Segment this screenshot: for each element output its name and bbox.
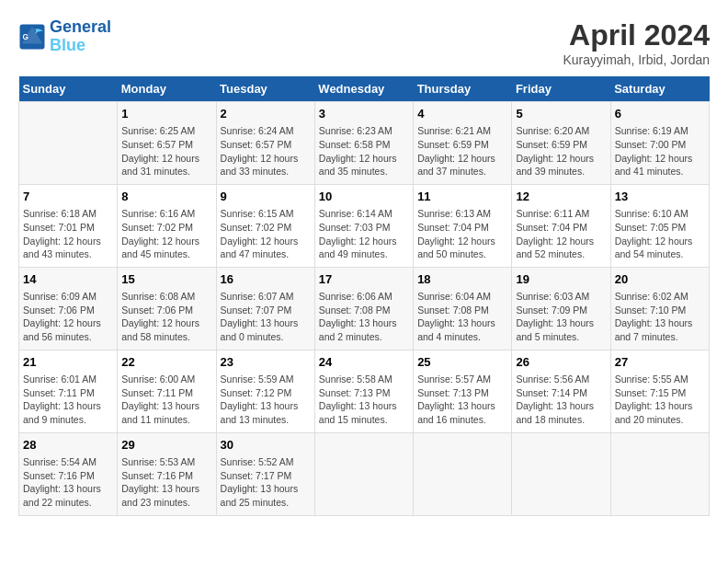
logo-line2: Blue [50,36,85,54]
day-number: 12 [516,189,606,205]
calendar-cell: 26Sunrise: 5:56 AMSunset: 7:14 PMDayligh… [512,350,610,432]
day-info: Sunrise: 6:15 AMSunset: 7:02 PMDaylight:… [221,207,311,261]
calendar-cell: 1Sunrise: 6:25 AMSunset: 6:57 PMDaylight… [118,102,216,185]
calendar-cell [19,102,118,185]
day-number: 27 [615,354,705,371]
day-number: 11 [417,189,507,205]
day-header-thursday: Thursday [414,76,512,102]
day-number: 6 [615,106,705,122]
calendar-cell: 9Sunrise: 6:15 AMSunset: 7:02 PMDaylight… [216,184,314,267]
calendar-cell: 2Sunrise: 6:24 AMSunset: 6:57 PMDaylight… [216,102,314,185]
calendar-cell: 8Sunrise: 6:16 AMSunset: 7:02 PMDaylight… [118,184,216,267]
day-info: Sunrise: 6:18 AMSunset: 7:01 PMDaylight:… [23,207,113,261]
calendar-cell: 20Sunrise: 6:02 AMSunset: 7:10 PMDayligh… [610,267,709,350]
day-number: 19 [516,271,606,288]
calendar-cell [512,432,610,515]
day-info: Sunrise: 6:07 AMSunset: 7:07 PMDaylight:… [221,290,311,344]
day-info: Sunrise: 5:53 AMSunset: 7:16 PMDaylight:… [121,455,211,510]
calendar-cell: 13Sunrise: 6:10 AMSunset: 7:05 PMDayligh… [610,184,709,267]
calendar-cell: 12Sunrise: 6:11 AMSunset: 7:04 PMDayligh… [512,184,610,267]
day-info: Sunrise: 6:04 AMSunset: 7:08 PMDaylight:… [417,290,507,344]
day-number: 2 [221,106,311,122]
calendar-cell: 21Sunrise: 6:01 AMSunset: 7:11 PMDayligh… [19,350,118,432]
day-info: Sunrise: 6:11 AMSunset: 7:04 PMDaylight:… [516,207,606,261]
day-info: Sunrise: 6:09 AMSunset: 7:06 PMDaylight:… [23,290,113,344]
logo-icon: G [18,23,46,51]
day-info: Sunrise: 5:57 AMSunset: 7:13 PMDaylight:… [417,373,507,427]
day-number: 29 [121,437,211,454]
day-info: Sunrise: 5:59 AMSunset: 7:12 PMDaylight:… [221,373,311,427]
day-header-friday: Friday [512,76,610,102]
day-number: 3 [319,106,409,122]
day-number: 15 [121,271,211,288]
logo-text: General Blue [50,18,111,55]
day-number: 23 [221,354,311,371]
day-info: Sunrise: 6:13 AMSunset: 7:04 PMDaylight:… [417,207,507,261]
day-info: Sunrise: 6:23 AMSunset: 6:58 PMDaylight:… [319,124,409,178]
day-number: 9 [221,189,311,205]
week-row-1: 1Sunrise: 6:25 AMSunset: 6:57 PMDaylight… [19,102,710,185]
day-number: 18 [417,271,507,288]
calendar-cell: 29Sunrise: 5:53 AMSunset: 7:16 PMDayligh… [118,432,216,515]
day-info: Sunrise: 5:58 AMSunset: 7:13 PMDaylight:… [319,373,409,427]
svg-text:G: G [23,33,28,41]
day-number: 25 [417,354,507,371]
day-number: 20 [615,271,705,288]
calendar-cell: 24Sunrise: 5:58 AMSunset: 7:13 PMDayligh… [314,350,413,432]
days-header-row: SundayMondayTuesdayWednesdayThursdayFrid… [19,76,710,102]
day-number: 1 [121,106,211,122]
day-info: Sunrise: 5:56 AMSunset: 7:14 PMDaylight:… [516,373,606,427]
calendar-cell: 19Sunrise: 6:03 AMSunset: 7:09 PMDayligh… [512,267,610,350]
day-number: 10 [319,189,409,205]
day-info: Sunrise: 6:16 AMSunset: 7:02 PMDaylight:… [121,207,211,261]
day-info: Sunrise: 6:20 AMSunset: 6:59 PMDaylight:… [516,124,606,178]
week-row-4: 21Sunrise: 6:01 AMSunset: 7:11 PMDayligh… [19,350,710,432]
day-info: Sunrise: 5:52 AMSunset: 7:17 PMDaylight:… [221,455,311,510]
day-info: Sunrise: 6:02 AMSunset: 7:10 PMDaylight:… [615,290,705,344]
day-number: 13 [615,189,705,205]
calendar-cell: 30Sunrise: 5:52 AMSunset: 7:17 PMDayligh… [216,432,314,515]
day-number: 26 [516,354,606,371]
day-number: 24 [319,354,409,371]
location: Kurayyimah, Irbid, Jordan [563,52,710,67]
calendar-cell: 15Sunrise: 6:08 AMSunset: 7:06 PMDayligh… [118,267,216,350]
day-number: 21 [23,354,113,371]
day-number: 17 [319,271,409,288]
day-number: 4 [417,106,507,122]
calendar-cell: 7Sunrise: 6:18 AMSunset: 7:01 PMDaylight… [19,184,118,267]
calendar-cell: 11Sunrise: 6:13 AMSunset: 7:04 PMDayligh… [414,184,512,267]
calendar-cell: 22Sunrise: 6:00 AMSunset: 7:11 PMDayligh… [118,350,216,432]
day-header-tuesday: Tuesday [216,76,314,102]
calendar-cell: 18Sunrise: 6:04 AMSunset: 7:08 PMDayligh… [414,267,512,350]
day-info: Sunrise: 6:14 AMSunset: 7:03 PMDaylight:… [319,207,409,261]
day-number: 28 [23,437,113,454]
title-block: April 2024 Kurayyimah, Irbid, Jordan [563,18,710,67]
calendar-body: 1Sunrise: 6:25 AMSunset: 6:57 PMDaylight… [19,102,710,516]
calendar-cell: 28Sunrise: 5:54 AMSunset: 7:16 PMDayligh… [19,432,118,515]
month-title: April 2024 [563,18,710,52]
day-info: Sunrise: 6:21 AMSunset: 6:59 PMDaylight:… [417,124,507,178]
calendar-cell [414,432,512,515]
week-row-2: 7Sunrise: 6:18 AMSunset: 7:01 PMDaylight… [19,184,710,267]
calendar-cell: 3Sunrise: 6:23 AMSunset: 6:58 PMDaylight… [314,102,413,185]
day-number: 30 [221,437,311,454]
calendar-cell: 4Sunrise: 6:21 AMSunset: 6:59 PMDaylight… [414,102,512,185]
logo: G General Blue [18,18,111,55]
week-row-3: 14Sunrise: 6:09 AMSunset: 7:06 PMDayligh… [19,267,710,350]
day-info: Sunrise: 6:19 AMSunset: 7:00 PMDaylight:… [615,124,705,178]
calendar-cell: 17Sunrise: 6:06 AMSunset: 7:08 PMDayligh… [314,267,413,350]
day-number: 16 [221,271,311,288]
logo-line1: General [50,17,111,36]
calendar-cell: 16Sunrise: 6:07 AMSunset: 7:07 PMDayligh… [216,267,314,350]
day-info: Sunrise: 5:54 AMSunset: 7:16 PMDaylight:… [23,455,113,510]
calendar-cell: 6Sunrise: 6:19 AMSunset: 7:00 PMDaylight… [610,102,709,185]
day-header-saturday: Saturday [610,76,709,102]
calendar-cell [314,432,413,515]
calendar-cell: 5Sunrise: 6:20 AMSunset: 6:59 PMDaylight… [512,102,610,185]
calendar-cell [610,432,709,515]
day-number: 7 [23,189,113,205]
day-info: Sunrise: 6:08 AMSunset: 7:06 PMDaylight:… [121,290,211,344]
day-header-sunday: Sunday [19,76,118,102]
page-header: G General Blue April 2024 Kurayyimah, Ir… [18,18,710,67]
day-info: Sunrise: 6:03 AMSunset: 7:09 PMDaylight:… [516,290,606,344]
